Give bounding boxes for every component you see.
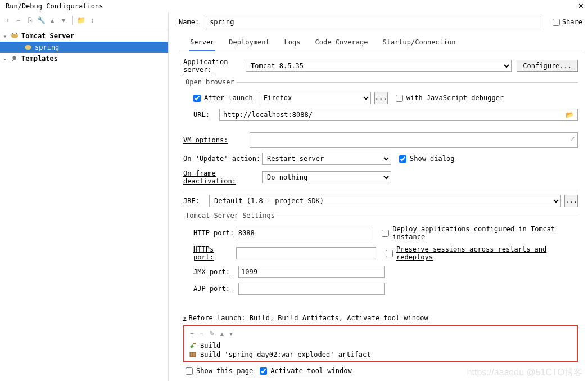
expand-arrow-icon[interactable]: ▸ [3,56,10,62]
url-row: URL: http://localhost:8088/ 📂 [183,109,578,121]
tab-deployment[interactable]: Deployment [228,36,270,51]
http-port-label: HTTP port: [193,229,236,237]
add-config-icon[interactable]: + [3,16,11,24]
vm-options-row: VM options: ⤢ [183,132,578,148]
name-row: Name: Share [179,16,582,28]
url-input[interactable]: http://localhost:8088/ 📂 [219,109,578,121]
url-value: http://localhost:8088/ [223,111,313,119]
bl-down-icon[interactable]: ▾ [229,330,233,338]
jmx-port-row: JMX port: [183,266,578,278]
jmx-port-input[interactable] [238,266,385,278]
jmx-port-label: JMX port: [193,268,238,276]
before-launch-section: ▼ Before launch: Build, Build Artifacts,… [183,314,578,375]
sort-icon[interactable]: ↕ [88,16,96,24]
show-dialog-checkbox[interactable]: Show dialog [399,155,454,163]
bl-add-icon[interactable]: + [190,330,194,338]
preserve-sessions-input[interactable] [386,250,393,257]
folder-icon[interactable]: 📁 [77,16,85,24]
deploy-apps-checkbox[interactable]: Deploy applications configured in Tomcat… [382,225,578,241]
up-icon[interactable]: ▴ [48,16,56,24]
activate-window-checkbox[interactable]: Activate tool window [260,367,352,375]
on-frame-label: On frame deactivation: [183,169,262,185]
show-page-input[interactable] [186,367,193,375]
tab-code-coverage[interactable]: Code Coverage [314,36,369,51]
bl-remove-icon[interactable]: − [200,330,203,338]
tree-node-templates[interactable]: ▸ Templates [0,53,168,64]
app-server-select[interactable]: Tomcat 8.5.35 [246,60,512,72]
close-icon[interactable]: × [578,1,584,11]
wrench-icon[interactable]: 🔧 [37,16,45,24]
tab-startup[interactable]: Startup/Connection [381,36,456,51]
before-launch-item[interactable]: Build 'spring_day02:war exploded' artifa… [188,350,573,359]
browser-select[interactable]: Firefox [259,92,371,104]
svg-point-1 [25,45,31,50]
show-page-checkbox[interactable]: Show this page [186,367,253,375]
js-debugger-checkbox[interactable]: with JavaScript debugger [396,94,504,102]
tree-node-spring[interactable]: spring [0,42,168,53]
down-icon[interactable]: ▾ [60,16,67,24]
on-frame-select[interactable]: Do nothing [262,171,391,183]
toolbar-sep [72,16,73,25]
share-checkbox[interactable]: Share [553,18,582,26]
activate-window-input[interactable] [260,367,267,375]
open-url-icon[interactable]: 📂 [566,111,574,119]
after-launch-checkbox[interactable]: After launch [193,94,253,102]
https-port-input[interactable] [236,247,376,259]
copy-config-icon[interactable]: ⎘ [26,16,34,24]
activate-window-label: Activate tool window [270,367,352,375]
content-panel: Name: Share Server Deployment Logs Code … [169,12,588,381]
http-port-row: HTTP port: Deploy applications configure… [183,225,578,241]
jre-select[interactable]: Default (1.8 - project SDK) [209,195,561,207]
ajp-port-input[interactable] [238,283,385,295]
browser-dots-button[interactable]: ... [374,92,388,104]
on-update-row: On 'Update' action: Restart server Show … [183,153,578,165]
expand-arrow-icon[interactable]: ▾ [3,33,10,39]
tab-server[interactable]: Server [189,36,215,51]
tomcat-local-icon [24,43,33,51]
remove-config-icon[interactable]: − [15,16,22,24]
before-launch-header[interactable]: ▼ Before launch: Build, Build Artifacts,… [183,314,578,322]
title-bar: Run/Debug Configurations × [0,0,588,12]
preserve-sessions-checkbox[interactable]: Preserve sessions across restarts and re… [386,245,578,261]
config-tree: ▾ Tomcat Server spring ▸ Templates [0,28,168,64]
tree-label: Tomcat Server [21,32,74,40]
sidebar-toolbar: + − ⎘ 🔧 ▴ ▾ 📁 ↕ [0,12,168,28]
jre-dots-button[interactable]: ... [564,195,578,207]
js-debugger-input[interactable] [396,95,403,102]
name-input[interactable] [206,16,541,28]
share-label: Share [562,18,582,26]
before-launch-item[interactable]: Build [188,341,573,350]
after-launch-row: After launch Firefox ... with JavaScript… [183,92,578,104]
configure-button[interactable]: Configure... [517,60,578,72]
app-server-row: Application server: Tomcat 8.5.35 Config… [183,58,578,74]
open-browser-fieldset: Open browser After launch Firefox ... [183,78,578,129]
before-launch-toolbar: + − ✎ ▴ ▾ [188,329,573,341]
divider [183,190,578,190]
http-port-input[interactable] [236,227,373,239]
on-update-select[interactable]: Restart server [262,153,391,165]
watermark: https://aaaedu @51CTO博客 [467,367,582,379]
jre-label: JRE: [183,197,209,205]
sidebar: + − ⎘ 🔧 ▴ ▾ 📁 ↕ ▾ Tomcat Server spring ▸ [0,12,169,381]
url-label: URL: [193,111,219,119]
vm-options-label: VM options: [183,136,250,144]
tree-node-tomcat-server[interactable]: ▾ Tomcat Server [0,30,168,42]
main-split: + − ⎘ 🔧 ▴ ▾ 📁 ↕ ▾ Tomcat Server spring ▸ [0,12,588,381]
artifact-icon [189,351,197,358]
bl-item-label: Build [200,342,220,349]
bl-up-icon[interactable]: ▴ [220,330,224,338]
show-dialog-input[interactable] [399,155,406,163]
bl-item-label: Build 'spring_day02:war exploded' artifa… [200,351,370,358]
bl-edit-icon[interactable]: ✎ [209,330,215,338]
vm-options-input[interactable]: ⤢ [250,132,578,148]
tomcat-settings-fieldset: Tomcat Server Settings HTTP port: Deploy… [183,212,578,303]
share-checkbox-input[interactable] [553,19,560,26]
tab-logs[interactable]: Logs [283,36,302,51]
jre-row: JRE: Default (1.8 - project SDK) ... [183,195,578,207]
after-launch-input[interactable] [193,95,201,102]
show-page-label: Show this page [196,367,253,375]
open-browser-legend: Open browser [183,78,237,86]
deploy-apps-input[interactable] [382,230,389,237]
ajp-port-label: AJP port: [193,285,238,293]
expand-icon[interactable]: ⤢ [570,135,575,142]
